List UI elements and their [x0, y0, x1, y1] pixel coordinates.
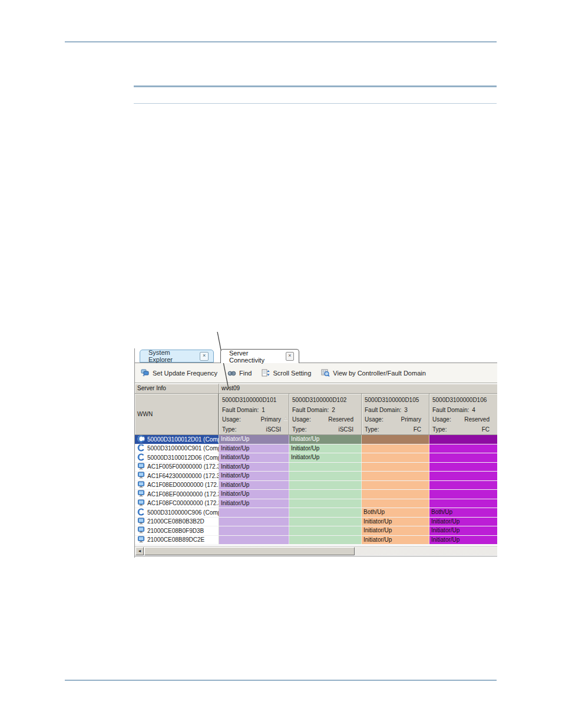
controller-port-header-2[interactable]: 5000D3100000D102 Fault Domain:2 Usage:Re… — [289, 394, 362, 435]
connectivity-cell[interactable] — [362, 490, 429, 499]
wwn-row-label[interactable]: AC1F08EF00000000 (172.31 — [135, 490, 219, 499]
connectivity-cell[interactable] — [362, 499, 429, 508]
table-row[interactable]: 5000D3100000C906 (Compel Both/Up Both/Up — [135, 508, 497, 518]
fault-domain-value: 1 — [262, 406, 265, 416]
controller-port-header-1[interactable]: 5000D3100000D101 Fault Domain:1 Usage:Pr… — [219, 394, 289, 435]
connectivity-cell[interactable]: Initiator/Up — [289, 435, 362, 444]
set-update-frequency-button[interactable]: Set Update Frequency — [141, 369, 217, 377]
connectivity-cell[interactable] — [289, 481, 362, 490]
connectivity-cell[interactable] — [219, 508, 289, 517]
type-label: Type: — [432, 425, 447, 435]
horizontal-scrollbar[interactable]: ◄ — [135, 546, 497, 555]
sort-indicator-icon[interactable]: △ — [284, 416, 287, 421]
connectivity-cell[interactable] — [429, 499, 497, 508]
wwn-row-label[interactable]: 50000D3100012D01 (Compel — [135, 435, 219, 444]
connectivity-cell[interactable] — [429, 472, 497, 480]
connectivity-cell[interactable] — [289, 508, 362, 517]
connectivity-cell[interactable]: Initiator/Up — [362, 536, 429, 545]
connectivity-cell[interactable]: Initiator/Up — [429, 526, 497, 535]
scrollbar-thumb[interactable] — [144, 547, 355, 555]
find-button[interactable]: Find — [227, 370, 252, 377]
connectivity-cell[interactable] — [362, 453, 429, 462]
table-row[interactable]: AC1F642300000000 (172.31 Initiator/Up — [135, 472, 497, 481]
scroll-left-button[interactable]: ◄ — [135, 547, 144, 555]
connectivity-cell[interactable]: Both/Up — [362, 508, 429, 517]
close-icon[interactable]: × — [286, 352, 294, 361]
wwn-row-label[interactable]: 21000CE08B0B3B2D — [135, 518, 219, 526]
connectivity-cell[interactable] — [362, 481, 429, 490]
table-row[interactable]: 50000D3100012D01 (Compel Initiator/Up In… — [135, 435, 497, 444]
wwn-row-label[interactable]: 5000D3100000C906 (Compel — [135, 508, 219, 517]
connectivity-cell[interactable] — [429, 435, 497, 444]
wwn-row-label[interactable]: AC1F08ED00000000 (172.31 — [135, 481, 219, 490]
server-icon — [137, 518, 145, 526]
connectivity-cell[interactable]: Initiator/Up — [362, 526, 429, 535]
wwn-column-header[interactable]: WWN — [135, 394, 219, 435]
connectivity-cell[interactable]: Initiator/Up — [219, 499, 289, 508]
table-row[interactable]: AC1F005F00000000 (172.31 Initiator/Up — [135, 463, 497, 472]
scroll-setting-icon — [262, 369, 270, 377]
connectivity-cell[interactable] — [289, 499, 362, 508]
connectivity-cell[interactable]: Initiator/Up — [219, 472, 289, 480]
connectivity-cell[interactable] — [429, 453, 497, 462]
connectivity-cell[interactable] — [362, 472, 429, 480]
tab-system-explorer[interactable]: System Explorer × — [140, 350, 214, 363]
table-row[interactable]: 21000CE08B0F9D3B Initiator/Up Initiator/… — [135, 526, 497, 536]
wwn-row-label[interactable]: 5000D3100000C901 (Compel — [135, 444, 219, 453]
connectivity-cell[interactable] — [289, 472, 362, 480]
port-wwn: 5000D3100000D105 — [365, 396, 426, 406]
controller-port-header-4[interactable]: 5000D3100000D106 Fault Domain:4 Usage:Re… — [429, 394, 497, 435]
connectivity-cell[interactable]: Initiator/Up — [219, 490, 289, 499]
wwn-row-label[interactable]: AC1F08FC00000000 (172.31 — [135, 499, 219, 508]
table-row[interactable]: 21000CE08B0B3B2D Initiator/Up Initiator/… — [135, 518, 497, 527]
connectivity-cell[interactable] — [219, 526, 289, 535]
table-row[interactable]: 5000D3100000C901 (Compel Initiator/Up In… — [135, 444, 497, 454]
connectivity-cell[interactable] — [362, 444, 429, 453]
connectivity-cell[interactable] — [289, 526, 362, 535]
view-by-controller-button[interactable]: View by Controller/Fault Domain — [321, 369, 426, 377]
close-icon[interactable]: × — [200, 352, 209, 361]
connectivity-cell[interactable] — [219, 518, 289, 526]
connectivity-cell[interactable] — [219, 536, 289, 545]
server-info-header[interactable]: Server Info — [135, 384, 219, 394]
connectivity-cell[interactable]: Initiator/Up — [219, 444, 289, 453]
connectivity-cell[interactable]: Initiator/Up — [362, 518, 429, 526]
connectivity-cell[interactable]: Both/Up — [429, 508, 497, 517]
connectivity-cell[interactable]: Initiator/Up — [219, 481, 289, 490]
connectivity-cell[interactable]: Initiator/Up — [219, 435, 289, 444]
wwn-row-label[interactable]: 50000D3100012D06 (Compel — [135, 453, 219, 462]
table-row[interactable]: AC1F08FC00000000 (172.31 Initiator/Up — [135, 499, 497, 509]
connectivity-cell[interactable] — [362, 463, 429, 472]
connectivity-cell[interactable]: Initiator/Up — [429, 518, 497, 526]
connectivity-cell[interactable] — [429, 490, 497, 499]
column-headers: WWN 5000D3100000D101 Fault Domain:1 Usag… — [135, 394, 497, 435]
connectivity-cell[interactable]: Initiator/Up — [289, 444, 362, 453]
connectivity-cell[interactable] — [289, 463, 362, 472]
connectivity-cell[interactable] — [289, 536, 362, 545]
wwn-row-label[interactable]: AC1F005F00000000 (172.31 — [135, 463, 219, 472]
usage-label: Usage: — [432, 415, 451, 425]
controller-port-header-3[interactable]: 5000D3100000D105 Fault Domain:3 Usage:Pr… — [362, 394, 429, 435]
connectivity-cell[interactable]: Initiator/Up — [429, 536, 497, 545]
table-row[interactable]: 21000CE08B89DC2E Initiator/Up Initiator/… — [135, 536, 497, 545]
connectivity-cell[interactable] — [429, 463, 497, 472]
scroll-setting-button[interactable]: Scroll Setting — [262, 369, 311, 377]
connectivity-cell[interactable] — [289, 490, 362, 499]
connectivity-cell[interactable] — [362, 435, 429, 444]
table-row[interactable]: 50000D3100012D06 (Compel Initiator/Up In… — [135, 453, 497, 463]
usage-value: Reserved — [464, 415, 494, 425]
connectivity-cell[interactable]: Initiator/Up — [219, 463, 289, 472]
tab-server-connectivity[interactable]: Server Connectivity × — [220, 349, 299, 363]
connectivity-cell[interactable] — [429, 481, 497, 490]
table-row[interactable]: AC1F08ED00000000 (172.31 Initiator/Up — [135, 481, 497, 490]
connectivity-cell[interactable] — [429, 444, 497, 453]
connectivity-cell[interactable]: Initiator/Up — [289, 453, 362, 462]
server-name-header[interactable]: wvst09 — [219, 384, 497, 394]
connectivity-cell[interactable] — [289, 518, 362, 526]
wwn-row-label[interactable]: 21000CE08B89DC2E — [135, 536, 219, 545]
port-wwn: 5000D3100000D101 — [222, 396, 286, 406]
wwn-row-label[interactable]: AC1F642300000000 (172.31 — [135, 472, 219, 480]
table-row[interactable]: AC1F08EF00000000 (172.31 Initiator/Up — [135, 490, 497, 499]
connectivity-cell[interactable]: Initiator/Up — [219, 453, 289, 462]
wwn-row-label[interactable]: 21000CE08B0F9D3B — [135, 526, 219, 535]
